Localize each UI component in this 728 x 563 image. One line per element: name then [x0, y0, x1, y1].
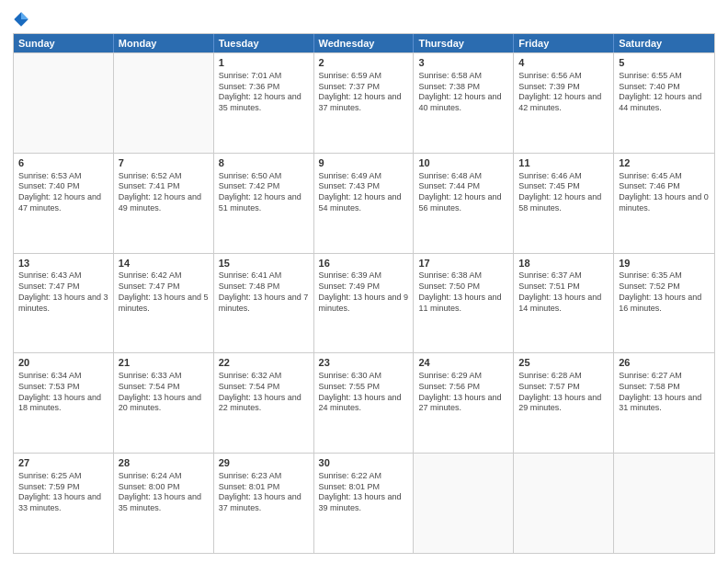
day-info: Sunrise: 6:30 AM Sunset: 7:55 PM Dayligh… [319, 371, 409, 414]
calendar-cell: 23Sunrise: 6:30 AM Sunset: 7:55 PM Dayli… [314, 353, 415, 453]
day-info: Sunrise: 6:48 AM Sunset: 7:44 PM Dayligh… [418, 171, 508, 214]
day-info: Sunrise: 6:59 AM Sunset: 7:37 PM Dayligh… [319, 71, 409, 114]
calendar-row-3: 20Sunrise: 6:34 AM Sunset: 7:53 PM Dayli… [14, 352, 714, 453]
header-day-wednesday: Wednesday [314, 34, 415, 52]
day-info: Sunrise: 6:46 AM Sunset: 7:45 PM Dayligh… [518, 171, 609, 214]
calendar-row-2: 13Sunrise: 6:43 AM Sunset: 7:47 PM Dayli… [14, 253, 714, 353]
calendar-cell: 11Sunrise: 6:46 AM Sunset: 7:45 PM Dayli… [514, 154, 614, 253]
calendar-cell: 29Sunrise: 6:23 AM Sunset: 8:01 PM Dayli… [214, 454, 314, 553]
day-number: 10 [418, 156, 508, 170]
calendar-cell: 6Sunrise: 6:53 AM Sunset: 7:40 PM Daylig… [14, 154, 114, 253]
calendar-cell: 17Sunrise: 6:38 AM Sunset: 7:50 PM Dayli… [414, 254, 514, 353]
header-day-sunday: Sunday [14, 34, 114, 52]
calendar-cell: 1Sunrise: 7:01 AM Sunset: 7:36 PM Daylig… [214, 53, 314, 153]
calendar-cell: 12Sunrise: 6:45 AM Sunset: 7:46 PM Dayli… [614, 154, 714, 253]
calendar-cell: 2Sunrise: 6:59 AM Sunset: 7:37 PM Daylig… [314, 53, 415, 153]
day-number: 25 [518, 356, 609, 370]
header-day-tuesday: Tuesday [214, 34, 314, 52]
day-number: 1 [219, 56, 309, 70]
day-info: Sunrise: 6:23 AM Sunset: 8:01 PM Dayligh… [219, 471, 309, 514]
day-number: 29 [219, 456, 309, 470]
day-number: 19 [619, 257, 710, 270]
day-info: Sunrise: 6:28 AM Sunset: 7:57 PM Dayligh… [518, 371, 609, 414]
calendar-cell: 20Sunrise: 6:34 AM Sunset: 7:53 PM Dayli… [14, 353, 114, 453]
day-info: Sunrise: 6:33 AM Sunset: 7:54 PM Dayligh… [119, 371, 209, 414]
day-number: 6 [18, 156, 108, 170]
day-number: 30 [319, 456, 409, 470]
calendar-cell: 25Sunrise: 6:28 AM Sunset: 7:57 PM Dayli… [514, 353, 614, 453]
calendar-cell: 4Sunrise: 6:56 AM Sunset: 7:39 PM Daylig… [514, 53, 614, 153]
day-info: Sunrise: 6:49 AM Sunset: 7:43 PM Dayligh… [319, 171, 409, 214]
header-day-monday: Monday [114, 34, 214, 52]
calendar-cell: 26Sunrise: 6:27 AM Sunset: 7:58 PM Dayli… [614, 353, 714, 453]
day-info: Sunrise: 6:53 AM Sunset: 7:40 PM Dayligh… [18, 171, 108, 214]
day-number: 14 [119, 257, 209, 270]
day-number: 12 [619, 156, 710, 170]
day-info: Sunrise: 6:27 AM Sunset: 7:58 PM Dayligh… [619, 371, 710, 414]
calendar-cell [414, 454, 514, 553]
calendar-cell: 21Sunrise: 6:33 AM Sunset: 7:54 PM Dayli… [114, 353, 214, 453]
day-info: Sunrise: 6:37 AM Sunset: 7:51 PM Dayligh… [518, 270, 609, 314]
day-info: Sunrise: 6:35 AM Sunset: 7:52 PM Dayligh… [619, 270, 710, 314]
calendar-cell [14, 53, 114, 153]
calendar-body: 1Sunrise: 7:01 AM Sunset: 7:36 PM Daylig… [14, 52, 714, 553]
calendar-cell: 5Sunrise: 6:55 AM Sunset: 7:40 PM Daylig… [614, 53, 714, 153]
calendar-cell: 28Sunrise: 6:24 AM Sunset: 8:00 PM Dayli… [114, 454, 214, 553]
day-info: Sunrise: 6:58 AM Sunset: 7:38 PM Dayligh… [418, 71, 508, 114]
calendar-cell [614, 454, 714, 553]
page: SundayMondayTuesdayWednesdayThursdayFrid… [0, 0, 728, 563]
day-number: 8 [219, 156, 309, 170]
day-info: Sunrise: 6:32 AM Sunset: 7:54 PM Dayligh… [219, 371, 309, 414]
day-number: 22 [219, 356, 309, 370]
calendar-cell: 10Sunrise: 6:48 AM Sunset: 7:44 PM Dayli… [414, 154, 514, 253]
calendar-cell: 14Sunrise: 6:42 AM Sunset: 7:47 PM Dayli… [114, 254, 214, 353]
calendar-row-0: 1Sunrise: 7:01 AM Sunset: 7:36 PM Daylig… [14, 52, 714, 153]
calendar-cell: 13Sunrise: 6:43 AM Sunset: 7:47 PM Dayli… [14, 254, 114, 353]
day-number: 27 [18, 456, 108, 470]
day-info: Sunrise: 6:56 AM Sunset: 7:39 PM Dayligh… [518, 71, 609, 114]
day-info: Sunrise: 6:50 AM Sunset: 7:42 PM Dayligh… [219, 171, 309, 214]
calendar-cell: 7Sunrise: 6:52 AM Sunset: 7:41 PM Daylig… [114, 154, 214, 253]
day-number: 23 [319, 356, 409, 370]
day-info: Sunrise: 6:25 AM Sunset: 7:59 PM Dayligh… [18, 471, 108, 514]
day-number: 3 [418, 56, 508, 70]
day-number: 20 [18, 356, 108, 370]
day-number: 4 [518, 56, 609, 70]
day-number: 13 [18, 257, 108, 270]
calendar-cell: 9Sunrise: 6:49 AM Sunset: 7:43 PM Daylig… [314, 154, 415, 253]
day-info: Sunrise: 6:41 AM Sunset: 7:48 PM Dayligh… [219, 270, 309, 314]
day-number: 17 [418, 257, 508, 270]
day-number: 11 [518, 156, 609, 170]
calendar-header: SundayMondayTuesdayWednesdayThursdayFrid… [14, 34, 714, 52]
calendar-cell: 27Sunrise: 6:25 AM Sunset: 7:59 PM Dayli… [14, 454, 114, 553]
day-number: 2 [319, 56, 409, 70]
day-number: 5 [619, 56, 710, 70]
calendar-cell: 18Sunrise: 6:37 AM Sunset: 7:51 PM Dayli… [514, 254, 614, 353]
calendar-cell: 16Sunrise: 6:39 AM Sunset: 7:49 PM Dayli… [314, 254, 415, 353]
day-info: Sunrise: 6:34 AM Sunset: 7:53 PM Dayligh… [18, 371, 108, 414]
calendar-cell: 30Sunrise: 6:22 AM Sunset: 8:01 PM Dayli… [314, 454, 415, 553]
calendar: SundayMondayTuesdayWednesdayThursdayFrid… [13, 33, 715, 554]
header-day-saturday: Saturday [614, 34, 714, 52]
svg-marker-1 [21, 12, 28, 19]
calendar-cell [514, 454, 614, 553]
header [13, 9, 715, 29]
day-number: 18 [518, 257, 609, 270]
day-number: 28 [119, 456, 209, 470]
header-day-friday: Friday [514, 34, 614, 52]
day-info: Sunrise: 6:45 AM Sunset: 7:46 PM Dayligh… [619, 171, 710, 214]
day-number: 16 [319, 257, 409, 270]
calendar-cell: 19Sunrise: 6:35 AM Sunset: 7:52 PM Dayli… [614, 254, 714, 353]
day-number: 24 [418, 356, 508, 370]
logo-icon [13, 9, 29, 29]
day-number: 21 [119, 356, 209, 370]
day-info: Sunrise: 6:39 AM Sunset: 7:49 PM Dayligh… [319, 270, 409, 314]
day-number: 7 [119, 156, 209, 170]
calendar-cell: 15Sunrise: 6:41 AM Sunset: 7:48 PM Dayli… [214, 254, 314, 353]
calendar-cell: 22Sunrise: 6:32 AM Sunset: 7:54 PM Dayli… [214, 353, 314, 453]
day-info: Sunrise: 6:55 AM Sunset: 7:40 PM Dayligh… [619, 71, 710, 114]
day-number: 15 [219, 257, 309, 270]
day-info: Sunrise: 6:24 AM Sunset: 8:00 PM Dayligh… [119, 471, 209, 514]
calendar-cell: 24Sunrise: 6:29 AM Sunset: 7:56 PM Dayli… [414, 353, 514, 453]
calendar-cell [114, 53, 214, 153]
